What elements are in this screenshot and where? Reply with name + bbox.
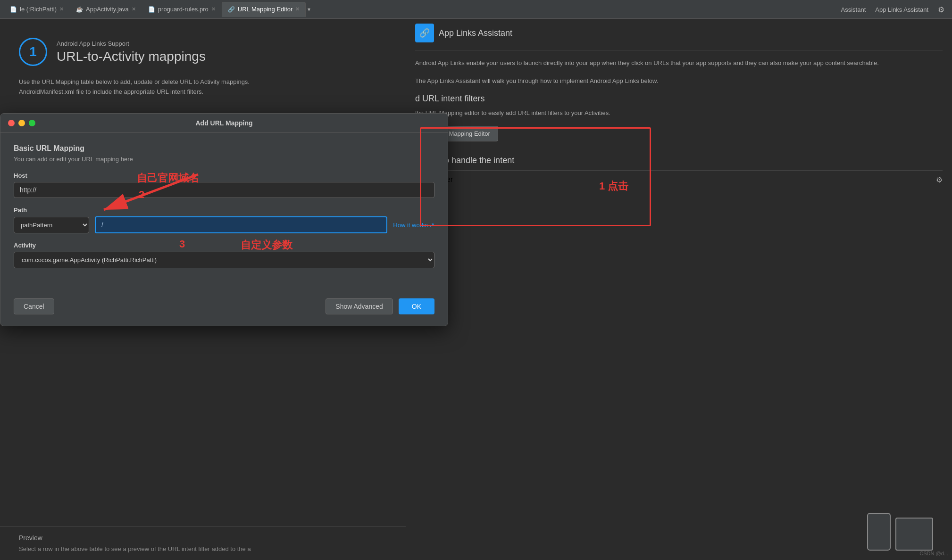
- step-number-circle: 1: [19, 38, 47, 66]
- assistant-title: App Links Assistant: [439, 28, 512, 38]
- step-title: URL-to-Activity mappings: [57, 49, 206, 64]
- tab-bar: 📄 le (:RichPatti) ✕ ☕ AppActivity.java ✕…: [0, 0, 952, 19]
- step-header: 1 Android App Links Support URL-to-Activ…: [19, 38, 387, 66]
- description-line2: AndroidManifest.xml file to include the …: [19, 88, 203, 95]
- path-input[interactable]: [95, 216, 387, 233]
- close-button[interactable]: [8, 120, 15, 126]
- modal-footer: Cancel Show Advanced OK: [0, 298, 448, 326]
- traffic-lights: [8, 120, 35, 126]
- path-type-select[interactable]: pathPattern pathPrefix path: [14, 217, 89, 233]
- host-input[interactable]: [14, 182, 434, 198]
- tab-label-java: AppActivity.java: [86, 6, 129, 13]
- preview-text: Select a row in the above table to see a…: [19, 545, 387, 552]
- minimize-button[interactable]: [18, 120, 25, 126]
- tab-label-file: le (:RichPatti): [20, 6, 57, 13]
- activity-select[interactable]: com.cocos.game.AppActivity (RichPatti.Ri…: [14, 252, 434, 268]
- show-advanced-button[interactable]: Show Advanced: [326, 298, 392, 314]
- activity-label: Activity: [14, 242, 434, 249]
- section1-heading: d URL intent filters: [415, 94, 943, 104]
- ok-label: OK: [412, 303, 421, 310]
- modal-title: Add URL Mapping: [195, 119, 252, 127]
- tab-label-proguard: proguard-rules.pro: [158, 6, 209, 13]
- file-explorer-header: ile Explorer ⚙: [415, 170, 943, 189]
- right-panel: 🔗 App Links Assistant Android App Links …: [406, 19, 952, 560]
- assistant-body-p2: The App Links Assistant will walk you th…: [415, 76, 943, 86]
- cancel-button[interactable]: Cancel: [14, 298, 54, 314]
- cancel-label: Cancel: [24, 303, 44, 310]
- external-link-icon: ↗: [429, 222, 434, 229]
- link-icon: 🔗: [228, 6, 235, 13]
- step-header-text: Android App Links Support URL-to-Activit…: [57, 40, 206, 64]
- modal-section-subtitle: You can add or edit your URL mapping her…: [14, 156, 434, 163]
- footer-right-buttons: Show Advanced OK: [326, 298, 434, 314]
- modal-body: Basic URL Mapping You can add or edit yo…: [0, 133, 448, 298]
- tab-proguard[interactable]: 📄 proguard-rules.pro ✕: [142, 2, 222, 17]
- watermark: CSDN @d...: [919, 551, 948, 556]
- description-line1: Use the URL Mapping table below to add, …: [19, 78, 250, 85]
- step-number: 1: [29, 44, 37, 59]
- close-tab-url-mapping[interactable]: ✕: [295, 6, 300, 12]
- preview-section: Preview Select a row in the above table …: [0, 526, 406, 560]
- section1-title-text: d URL intent filters: [415, 94, 484, 103]
- tablet-icon: [895, 518, 933, 551]
- assistant-body-p1: Android App Links enable your users to l…: [415, 58, 943, 68]
- phone-icon: [867, 513, 891, 551]
- assistant-header: 🔗 App Links Assistant: [415, 19, 943, 50]
- host-label: Host: [14, 172, 434, 179]
- path-row: pathPattern pathPrefix path How it works…: [14, 216, 434, 233]
- modal-title-bar: Add URL Mapping: [0, 114, 448, 133]
- tab-java[interactable]: ☕ AppActivity.java ✕: [70, 2, 142, 17]
- proguard-icon: 📄: [148, 6, 155, 13]
- show-advanced-label: Show Advanced: [335, 303, 383, 310]
- maximize-button[interactable]: [29, 120, 35, 126]
- top-right-bar: Assistant App Links Assistant ⚙: [834, 0, 952, 19]
- close-tab-file[interactable]: ✕: [59, 6, 64, 12]
- close-tab-java[interactable]: ✕: [132, 6, 136, 12]
- modal-section-title: Basic URL Mapping: [14, 144, 434, 153]
- add-url-mapping-modal[interactable]: Add URL Mapping Basic URL Mapping You ca…: [0, 113, 448, 326]
- step-subtitle: Android App Links Support: [57, 40, 206, 47]
- step-description: Use the URL Mapping table below to add, …: [19, 77, 387, 97]
- tab-url-mapping[interactable]: 🔗 URL Mapping Editor ✕: [222, 2, 306, 17]
- how-it-works-link[interactable]: How it works ↗: [393, 222, 434, 229]
- tab-file[interactable]: 📄 le (:RichPatti) ✕: [4, 2, 70, 17]
- tabs-dropdown[interactable]: ▾: [308, 6, 310, 13]
- file-explorer-gear-icon[interactable]: ⚙: [936, 175, 943, 184]
- device-icons: [867, 513, 933, 551]
- preview-label: Preview: [19, 534, 387, 542]
- ok-button[interactable]: OK: [399, 298, 434, 314]
- assistant-tab[interactable]: Assistant: [841, 6, 866, 13]
- path-label: Path: [14, 206, 434, 214]
- java-icon: ☕: [76, 6, 83, 13]
- section1-body: the URL Mapping editor to easily add URL…: [415, 108, 943, 118]
- tab-label-url-mapping: URL Mapping Editor: [238, 6, 293, 13]
- app-links-tab[interactable]: App Links Assistant: [875, 6, 928, 13]
- file-icon: 📄: [10, 6, 17, 13]
- assistant-body: Android App Links enable your users to l…: [415, 58, 943, 86]
- assistant-icon: 🔗: [415, 24, 434, 42]
- section2-heading: d logic to handle the intent: [415, 156, 943, 165]
- settings-gear-icon[interactable]: ⚙: [938, 5, 944, 14]
- how-it-works-text: How it works: [393, 222, 428, 229]
- close-tab-proguard[interactable]: ✕: [211, 6, 216, 12]
